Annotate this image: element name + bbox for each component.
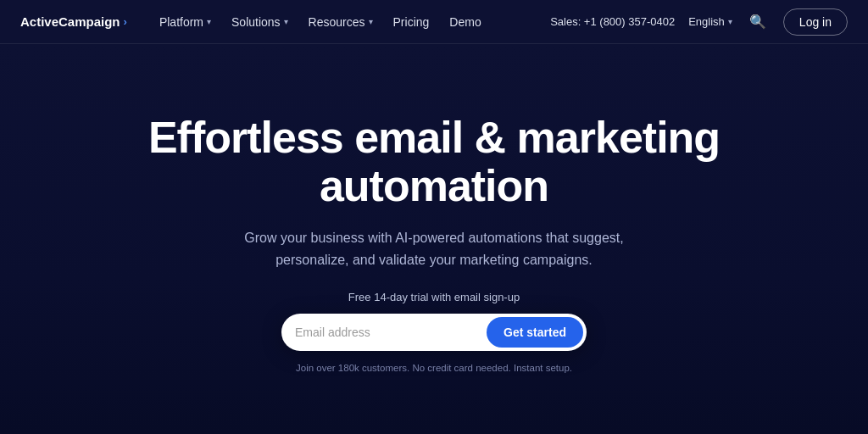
language-selector[interactable]: English ▾ <box>688 15 732 28</box>
trust-text: Join over 180k customers. No credit card… <box>296 363 572 373</box>
nav-item-pricing[interactable]: Pricing <box>385 10 438 34</box>
nav-left: ActiveCampaign › Platform ▾ Solutions ▾ … <box>20 10 490 34</box>
phone-number: Sales: +1 (800) 357-0402 <box>550 15 675 28</box>
trial-label: Free 14-day trial with email sign-up <box>348 291 520 303</box>
brand-name: ActiveCampaign <box>20 14 120 29</box>
nav-item-demo[interactable]: Demo <box>441 10 489 34</box>
nav-links: Platform ▾ Solutions ▾ Resources ▾ Prici… <box>151 10 490 34</box>
platform-chevron-icon: ▾ <box>207 17 211 26</box>
search-icon: 🔍 <box>749 14 766 29</box>
nav-right: Sales: +1 (800) 357-0402 English ▾ 🔍 Log… <box>550 8 848 36</box>
nav-item-platform[interactable]: Platform ▾ <box>151 10 220 34</box>
email-input[interactable] <box>295 319 487 346</box>
language-chevron-icon: ▾ <box>728 17 732 26</box>
login-button[interactable]: Log in <box>783 8 848 36</box>
navbar: ActiveCampaign › Platform ▾ Solutions ▾ … <box>0 0 868 44</box>
hero-section: Effortless email & marketing automation … <box>0 44 868 434</box>
resources-chevron-icon: ▾ <box>369 17 373 26</box>
logo-chevron-icon: › <box>124 15 127 28</box>
search-button[interactable]: 🔍 <box>746 10 770 33</box>
solutions-chevron-icon: ▾ <box>284 17 288 26</box>
hero-title: Effortless email & marketing automation <box>148 114 720 210</box>
nav-item-resources[interactable]: Resources ▾ <box>300 10 381 34</box>
logo[interactable]: ActiveCampaign › <box>20 14 127 29</box>
signup-form: Get started <box>281 314 587 351</box>
get-started-button[interactable]: Get started <box>487 317 583 348</box>
nav-item-solutions[interactable]: Solutions ▾ <box>223 10 297 34</box>
hero-subtitle: Grow your business with AI-powered autom… <box>231 227 637 270</box>
